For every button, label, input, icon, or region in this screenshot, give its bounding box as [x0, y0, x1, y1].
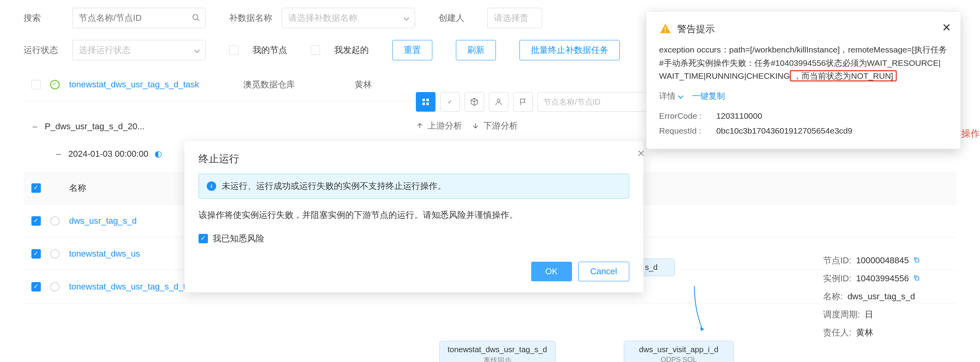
tree-label: 2024-01-03 00:00:00 [68, 149, 148, 159]
confirm-label: 我已知悉风险 [213, 233, 264, 244]
my-initiated-label: 我发起的 [334, 44, 369, 56]
select-all-checkbox[interactable] [31, 183, 41, 193]
chevron-down-icon [404, 15, 409, 21]
info-label: 实例ID: [823, 273, 851, 284]
flag-icon[interactable] [513, 92, 533, 112]
status-wait-icon [50, 282, 60, 291]
my-initiated-checkbox[interactable] [311, 45, 320, 55]
request-id-value: 0bc10c3b17043601912705654e3cd9 [716, 126, 852, 135]
close-icon[interactable]: ✕ [637, 148, 645, 159]
row-checkbox[interactable] [31, 249, 41, 259]
status-label: 运行状态 [24, 44, 63, 56]
warning-meta: ErrorCode : 1203110000 RequestId : 0bc10… [659, 109, 948, 138]
modal-body-text: 该操作将使实例运行失败，并阻塞实例的下游节点的运行。请知悉风险并谨慎操作。 [199, 208, 629, 222]
collapse-icon[interactable]: – [31, 123, 38, 130]
graph-node[interactable]: dws_usr_visit_app_i_d ODPS SQL [624, 341, 734, 362]
my-nodes-label: 我的节点 [253, 44, 287, 56]
svg-rect-5 [426, 103, 429, 105]
stop-modal: 终止运行 ✕ i 未运行、运行成功或运行失败的实例不支持终止运行操作。 该操作将… [184, 141, 643, 292]
svg-rect-2 [423, 99, 425, 101]
upstream-button[interactable]: 上游分析 [416, 120, 462, 132]
search-icon[interactable] [191, 13, 200, 23]
creator-label: 创建人 [439, 12, 478, 24]
user-icon[interactable] [489, 92, 508, 112]
row-checkbox[interactable] [31, 216, 41, 226]
reset-button[interactable]: 重置 [392, 40, 432, 60]
refresh-button[interactable]: 刷新 [456, 40, 496, 60]
svg-rect-10 [665, 27, 666, 30]
search-label: 搜索 [24, 12, 63, 24]
row-checkbox[interactable] [31, 282, 41, 291]
check-button[interactable]: ✓ [440, 92, 460, 112]
svg-point-6 [497, 99, 500, 102]
patch-label: 补数据名称 [229, 12, 272, 24]
warning-title: 警告提示 [677, 23, 715, 35]
warning-message: exception occurs：path=[/workbench/killIn… [659, 43, 948, 83]
status-select[interactable]: 选择运行状态 [72, 40, 206, 60]
close-icon[interactable]: ✕ [942, 21, 951, 34]
owner-value: 黄林 [856, 327, 873, 338]
info-panel: 节点ID: 10000048845 实例ID: 10403994556 名称: … [823, 255, 956, 345]
tree-label: P_dws_usr_tag_s_d_20... [45, 121, 144, 132]
status-success-icon [50, 80, 60, 89]
cancel-button[interactable]: Cancel [578, 262, 629, 281]
patch-select[interactable]: 请选择补数据名称 [282, 8, 415, 28]
svg-rect-8 [915, 259, 918, 262]
node-link[interactable]: tonewstat_dws_usr_tag_s_d_task [69, 80, 234, 90]
svg-point-0 [193, 14, 198, 20]
alert-text: 未运行、运行成功或运行失败的实例不支持终止运行操作。 [222, 180, 446, 192]
highlighted-text: ，而当前状态为NOT_RUN] [790, 70, 896, 81]
cube-icon[interactable] [464, 92, 484, 112]
grid-view-button[interactable] [416, 92, 435, 112]
svg-rect-4 [423, 103, 425, 105]
graph-edge [683, 286, 706, 333]
info-label: 责任人: [823, 327, 851, 338]
confirm-checkbox[interactable] [199, 234, 208, 243]
status-wait-icon [50, 249, 60, 259]
modal-title: 终止运行 [199, 152, 239, 166]
copy-button[interactable]: 一键复制 [692, 90, 725, 101]
owner-cell: 黄林 [355, 79, 402, 90]
collapse-icon[interactable]: – [55, 150, 62, 157]
svg-rect-3 [426, 99, 429, 101]
search-input[interactable] [72, 8, 206, 28]
warning-icon [659, 23, 672, 35]
detail-toggle[interactable]: 详情 [659, 90, 683, 101]
node-id-value: 10000048845 [856, 255, 909, 266]
instance-id-value: 10403994556 [856, 273, 909, 284]
chevron-down-icon [194, 47, 200, 53]
info-icon: i [207, 181, 216, 191]
svg-rect-11 [665, 31, 666, 32]
copy-icon[interactable] [913, 255, 920, 266]
name-value: dws_usr_tag_s_d [847, 291, 915, 302]
chevron-down-icon [678, 93, 683, 99]
svg-rect-9 [915, 277, 918, 280]
modal-alert: i 未运行、运行成功或运行失败的实例不支持终止运行操作。 [199, 174, 629, 199]
datasource-cell: 澳觅数据仓库 [243, 79, 345, 90]
warning-popup: ✕ 警告提示 exception occurs：path=[/workbench… [647, 12, 960, 149]
svg-marker-7 [700, 327, 704, 331]
ok-button[interactable]: OK [531, 262, 572, 281]
error-code-value: 1203110000 [716, 111, 762, 120]
row-checkbox[interactable] [31, 80, 41, 89]
creator-select[interactable]: 请选择责 [487, 8, 542, 28]
graph-node[interactable]: tonewstat_dws_usr_tag_s_d 离线同步 [439, 341, 556, 362]
info-label: 调度周期: [823, 309, 860, 320]
cycle-value: 日 [865, 309, 873, 320]
copy-icon[interactable] [913, 273, 920, 284]
info-label: 名称: [823, 291, 843, 302]
downstream-button[interactable]: 下游分析 [472, 120, 518, 132]
status-wait-icon [50, 216, 60, 226]
svg-line-1 [197, 19, 199, 21]
status-icon: ◐ [155, 149, 162, 159]
batch-stop-button[interactable]: 批量终止补数据任务 [519, 40, 620, 60]
info-label: 节点ID: [823, 255, 851, 266]
my-nodes-checkbox[interactable] [229, 45, 239, 55]
